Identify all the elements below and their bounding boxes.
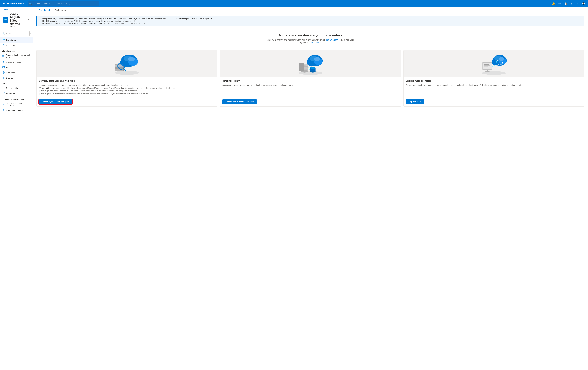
feedback-icon[interactable]: 💬 — [581, 1, 586, 6]
main-content: Get started Explore more ℹ [New] Discove… — [33, 7, 588, 370]
resource-title-block: Azure Migrate | Get started Microsoft — [10, 12, 22, 28]
sidebar: Home › Azure Migrate | Get started Micro… — [0, 7, 33, 370]
hamburger-menu[interactable]: ☰ — [2, 1, 5, 6]
page-body: Migrate and modernize your datacenters S… — [33, 29, 588, 110]
sidebar-item-vdi[interactable]: VDI — [0, 65, 33, 70]
svg-rect-23 — [2, 94, 4, 94]
card-databases-image — [220, 50, 401, 77]
discover-assess-migrate-button[interactable]: Discover, assess and migrate — [39, 99, 72, 104]
get-started-icon — [2, 39, 5, 42]
info-line-3: [New] Containerize your .NET and Java we… — [42, 22, 213, 24]
resource-more-button[interactable]: ··· — [23, 18, 26, 21]
card-servers-footer: Discover, assess and migrate — [37, 98, 217, 106]
card-explore-image — [404, 50, 584, 77]
svg-rect-24 — [4, 92, 5, 93]
sidebar-item-support-label: New support request — [6, 109, 24, 112]
sidebar-item-discovered[interactable]: Discovered items — [0, 85, 33, 91]
sidebar-item-properties-label: Properties — [6, 92, 15, 95]
sidebar-nav: Get started Explore more Migration goals — [0, 37, 33, 370]
sidebar-item-diagnose-label: Diagnose and solve problems — [6, 102, 31, 106]
sidebar-search-icon: 🔍 — [2, 32, 5, 34]
sidebar-item-databox[interactable]: Data Box — [0, 75, 33, 81]
sidebar-collapse-button[interactable]: « — [30, 32, 32, 35]
global-search-input[interactable] — [32, 2, 98, 5]
sidebar-search-field[interactable]: 🔍 Search — [1, 31, 30, 36]
info-banner-content: [New] Discovery and assessment of SQL Se… — [42, 18, 213, 24]
explore-more-button[interactable]: Explore more — [406, 99, 424, 104]
topbar-actions: 🔔 ⌨ 📋 ⚙ ? 💬 — [551, 1, 586, 6]
tab-get-started[interactable]: Get started — [36, 7, 52, 13]
card-servers-image — [37, 50, 217, 77]
svg-rect-6 — [2, 55, 4, 56]
sidebar-item-servers[interactable]: Servers, databases and web apps — [0, 53, 33, 60]
sidebar-item-explore-more[interactable]: Explore more — [0, 42, 33, 48]
svg-rect-7 — [2, 56, 4, 57]
svg-rect-19 — [2, 88, 5, 88]
svg-point-8 — [4, 55, 4, 56]
hero-section: Migrate and modernize your datacenters S… — [36, 29, 584, 46]
svg-rect-11 — [2, 66, 5, 68]
svg-point-39 — [128, 57, 135, 61]
sidebar-item-databases-label: Databases (only) — [6, 61, 21, 63]
breadcrumb-home[interactable]: Home — [3, 8, 8, 10]
databox-icon — [2, 76, 5, 79]
svg-rect-20 — [2, 88, 5, 89]
card-explore-title: Explore more scenarios — [406, 80, 582, 82]
sidebar-item-explore-more-label: Explore more — [6, 44, 18, 46]
notifications-icon[interactable]: 🔔 — [551, 1, 556, 6]
portal-menu-icon[interactable]: 📋 — [563, 1, 568, 6]
card-databases: Databases (only) Assess and migrate your… — [220, 50, 401, 106]
sidebar-search-area: 🔍 Search « — [0, 30, 33, 37]
svg-rect-12 — [3, 68, 4, 68]
sidebar-item-webapps-label: Web apps — [6, 72, 15, 74]
sidebar-item-vdi-label: VDI — [6, 66, 10, 69]
card-servers-desc-line1: Discover, assess and migrate servers (ph… — [39, 84, 128, 86]
card-servers-preview2-label: (Preview) — [39, 90, 48, 92]
card-databases-desc: Assess and migrate your on-premises data… — [222, 84, 398, 95]
sidebar-item-databases[interactable]: Databases (only) — [0, 60, 33, 65]
svg-rect-70 — [484, 66, 488, 66]
card-databases-title: Databases (only) — [222, 80, 398, 82]
hero-title: Migrate and modernize your datacenters — [36, 33, 584, 37]
sidebar-item-diagnose[interactable]: Diagnose and solve problems — [0, 101, 33, 108]
explore-more-icon — [2, 44, 5, 47]
vdi-icon — [2, 66, 5, 69]
svg-point-1 — [5, 19, 7, 20]
assess-migrate-databases-button[interactable]: Assess and migrate databases — [222, 99, 257, 104]
hero-learn-more-link[interactable]: Learn more ↗ — [309, 41, 322, 43]
discovered-icon — [2, 87, 5, 90]
card-servers-preview1-text: Discover and assess SQL Server from your… — [48, 87, 175, 89]
card-servers-title: Servers, databases and web apps — [39, 80, 215, 82]
card-servers-preview1-label: (Preview) — [39, 87, 48, 89]
sidebar-item-get-started[interactable]: Get started — [0, 37, 33, 42]
card-servers-preview2-text: Discover and assess IIS web apps at-scal… — [48, 90, 138, 92]
info-icon: ℹ — [40, 18, 40, 24]
hero-find-expert-link[interactable]: find an expert — [326, 39, 338, 41]
properties-icon — [2, 92, 5, 95]
global-search-bar[interactable]: 🔍 — [28, 1, 99, 6]
svg-point-4 — [3, 39, 4, 40]
card-servers-preview3-label: (Preview) — [39, 93, 48, 95]
resource-subtitle: Microsoft — [10, 26, 22, 28]
card-explore-body: Explore more scenarios Assess and migrat… — [404, 77, 584, 98]
tab-explore-more[interactable]: Explore more — [52, 7, 70, 13]
sidebar-item-databox-label: Data Box — [6, 77, 14, 79]
svg-rect-2 — [5, 20, 7, 21]
card-servers-preview3-text: Build a directional business case with m… — [48, 93, 148, 95]
help-icon[interactable]: ? — [575, 1, 580, 6]
breadcrumb: Home › — [3, 8, 30, 10]
sidebar-section-migration-goals: Migration goals — [0, 48, 33, 53]
svg-point-28 — [3, 109, 4, 110]
card-servers-desc: Discover, assess and migrate servers (ph… — [39, 84, 215, 95]
sidebar-item-properties[interactable]: Properties — [0, 91, 33, 96]
resource-icon — [3, 17, 8, 22]
sidebar-item-support[interactable]: New support request — [0, 108, 33, 113]
search-icon: 🔍 — [29, 2, 32, 5]
settings-icon[interactable]: ⚙ — [569, 1, 574, 6]
sidebar-item-webapps[interactable]: Web apps — [0, 70, 33, 75]
cloud-shell-icon[interactable]: ⌨ — [557, 1, 562, 6]
webapps-icon — [2, 71, 5, 74]
sidebar-item-servers-label: Servers, databases and web apps — [6, 54, 31, 58]
resource-close-button[interactable]: ✕ — [28, 18, 30, 21]
svg-line-62 — [308, 67, 310, 68]
